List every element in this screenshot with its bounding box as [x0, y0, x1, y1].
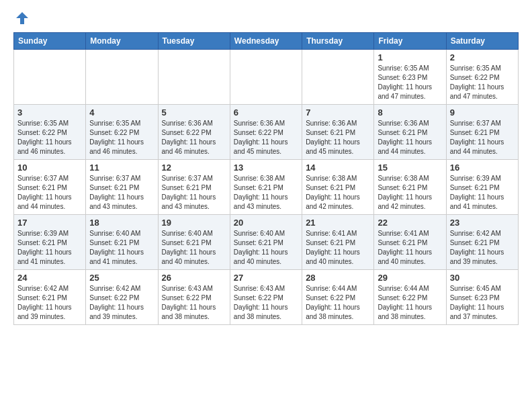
- weekday-header-thursday: Thursday: [302, 33, 374, 50]
- weekday-header-sunday: Sunday: [14, 33, 86, 50]
- calendar-week-row: 24Sunrise: 6:42 AM Sunset: 6:21 PM Dayli…: [14, 270, 519, 325]
- day-info: Sunrise: 6:43 AM Sunset: 6:22 PM Dayligh…: [234, 284, 298, 322]
- day-number: 8: [378, 107, 442, 118]
- day-number: 20: [234, 218, 298, 228]
- day-number: 7: [306, 107, 370, 118]
- day-info: Sunrise: 6:39 AM Sunset: 6:21 PM Dayligh…: [17, 229, 82, 267]
- day-number: 26: [162, 273, 226, 283]
- calendar-cell: 15Sunrise: 6:38 AM Sunset: 6:21 PM Dayli…: [374, 160, 446, 215]
- day-number: 25: [89, 273, 154, 283]
- calendar-cell: 27Sunrise: 6:43 AM Sunset: 6:22 PM Dayli…: [230, 270, 302, 325]
- day-number: 3: [17, 107, 82, 118]
- day-number: 15: [378, 163, 442, 173]
- calendar-cell: [230, 50, 302, 105]
- day-number: 30: [450, 273, 515, 283]
- day-info: Sunrise: 6:37 AM Sunset: 6:21 PM Dayligh…: [450, 119, 515, 156]
- day-info: Sunrise: 6:36 AM Sunset: 6:21 PM Dayligh…: [306, 119, 370, 156]
- calendar-cell: 28Sunrise: 6:44 AM Sunset: 6:22 PM Dayli…: [302, 270, 374, 325]
- calendar-cell: 13Sunrise: 6:38 AM Sunset: 6:21 PM Dayli…: [230, 160, 302, 215]
- day-info: Sunrise: 6:36 AM Sunset: 6:22 PM Dayligh…: [162, 119, 226, 156]
- calendar-week-row: 17Sunrise: 6:39 AM Sunset: 6:21 PM Dayli…: [14, 215, 519, 270]
- day-info: Sunrise: 6:42 AM Sunset: 6:22 PM Dayligh…: [89, 284, 154, 322]
- logo: [13, 11, 30, 26]
- calendar-cell: 17Sunrise: 6:39 AM Sunset: 6:21 PM Dayli…: [14, 215, 86, 270]
- calendar-cell: [302, 50, 374, 105]
- header: [13, 11, 519, 26]
- day-info: Sunrise: 6:36 AM Sunset: 6:22 PM Dayligh…: [234, 119, 298, 156]
- day-number: 28: [306, 273, 370, 283]
- svg-marker-0: [16, 12, 28, 24]
- day-info: Sunrise: 6:44 AM Sunset: 6:22 PM Dayligh…: [378, 284, 442, 322]
- day-info: Sunrise: 6:38 AM Sunset: 6:21 PM Dayligh…: [234, 174, 298, 212]
- day-number: 16: [450, 163, 515, 173]
- day-number: 13: [234, 163, 298, 173]
- calendar-cell: [158, 50, 230, 105]
- day-number: 14: [306, 163, 370, 173]
- calendar-cell: 9Sunrise: 6:37 AM Sunset: 6:21 PM Daylig…: [446, 105, 518, 160]
- calendar-cell: 3Sunrise: 6:35 AM Sunset: 6:22 PM Daylig…: [14, 105, 86, 160]
- day-number: 6: [234, 107, 298, 118]
- day-info: Sunrise: 6:42 AM Sunset: 6:21 PM Dayligh…: [17, 284, 82, 322]
- day-info: Sunrise: 6:35 AM Sunset: 6:23 PM Dayligh…: [378, 64, 442, 101]
- day-info: Sunrise: 6:44 AM Sunset: 6:22 PM Dayligh…: [306, 284, 370, 322]
- day-info: Sunrise: 6:35 AM Sunset: 6:22 PM Dayligh…: [17, 119, 82, 156]
- day-info: Sunrise: 6:43 AM Sunset: 6:22 PM Dayligh…: [162, 284, 226, 322]
- calendar-cell: 4Sunrise: 6:35 AM Sunset: 6:22 PM Daylig…: [86, 105, 158, 160]
- day-number: 17: [17, 218, 82, 228]
- calendar-cell: 29Sunrise: 6:44 AM Sunset: 6:22 PM Dayli…: [374, 270, 446, 325]
- day-number: 23: [450, 218, 515, 228]
- calendar-week-row: 1Sunrise: 6:35 AM Sunset: 6:23 PM Daylig…: [14, 50, 519, 105]
- day-number: 18: [89, 218, 154, 228]
- day-number: 27: [234, 273, 298, 283]
- day-number: 1: [378, 52, 442, 62]
- calendar-cell: 23Sunrise: 6:42 AM Sunset: 6:21 PM Dayli…: [446, 215, 518, 270]
- weekday-header-row: SundayMondayTuesdayWednesdayThursdayFrid…: [14, 33, 519, 50]
- calendar-week-row: 10Sunrise: 6:37 AM Sunset: 6:21 PM Dayli…: [14, 160, 519, 215]
- calendar-cell: 26Sunrise: 6:43 AM Sunset: 6:22 PM Dayli…: [158, 270, 230, 325]
- calendar-cell: [14, 50, 86, 105]
- day-info: Sunrise: 6:36 AM Sunset: 6:21 PM Dayligh…: [378, 119, 442, 156]
- calendar-table: SundayMondayTuesdayWednesdayThursdayFrid…: [13, 32, 519, 325]
- day-info: Sunrise: 6:39 AM Sunset: 6:21 PM Dayligh…: [450, 174, 515, 212]
- day-info: Sunrise: 6:40 AM Sunset: 6:21 PM Dayligh…: [162, 229, 226, 267]
- day-info: Sunrise: 6:41 AM Sunset: 6:21 PM Dayligh…: [378, 229, 442, 267]
- day-info: Sunrise: 6:45 AM Sunset: 6:23 PM Dayligh…: [450, 284, 515, 322]
- day-number: 5: [162, 107, 226, 118]
- day-info: Sunrise: 6:40 AM Sunset: 6:21 PM Dayligh…: [89, 229, 154, 267]
- calendar-cell: 6Sunrise: 6:36 AM Sunset: 6:22 PM Daylig…: [230, 105, 302, 160]
- day-number: 4: [89, 107, 154, 118]
- day-number: 12: [162, 163, 226, 173]
- calendar-cell: 1Sunrise: 6:35 AM Sunset: 6:23 PM Daylig…: [374, 50, 446, 105]
- day-info: Sunrise: 6:41 AM Sunset: 6:21 PM Dayligh…: [306, 229, 370, 267]
- day-info: Sunrise: 6:38 AM Sunset: 6:21 PM Dayligh…: [306, 174, 370, 212]
- day-number: 29: [378, 273, 442, 283]
- day-info: Sunrise: 6:35 AM Sunset: 6:22 PM Dayligh…: [450, 64, 515, 101]
- calendar-cell: 21Sunrise: 6:41 AM Sunset: 6:21 PM Dayli…: [302, 215, 374, 270]
- weekday-header-saturday: Saturday: [446, 33, 518, 50]
- day-number: 9: [450, 107, 515, 118]
- calendar-cell: 5Sunrise: 6:36 AM Sunset: 6:22 PM Daylig…: [158, 105, 230, 160]
- logo-icon: [15, 11, 30, 26]
- day-info: Sunrise: 6:35 AM Sunset: 6:22 PM Dayligh…: [89, 119, 154, 156]
- day-number: 24: [17, 273, 82, 283]
- calendar-cell: 16Sunrise: 6:39 AM Sunset: 6:21 PM Dayli…: [446, 160, 518, 215]
- weekday-header-tuesday: Tuesday: [158, 33, 230, 50]
- calendar-cell: 19Sunrise: 6:40 AM Sunset: 6:21 PM Dayli…: [158, 215, 230, 270]
- day-info: Sunrise: 6:42 AM Sunset: 6:21 PM Dayligh…: [450, 229, 515, 267]
- day-info: Sunrise: 6:37 AM Sunset: 6:21 PM Dayligh…: [89, 174, 154, 212]
- calendar-cell: 2Sunrise: 6:35 AM Sunset: 6:22 PM Daylig…: [446, 50, 518, 105]
- calendar-cell: 18Sunrise: 6:40 AM Sunset: 6:21 PM Dayli…: [86, 215, 158, 270]
- day-number: 21: [306, 218, 370, 228]
- calendar-cell: 11Sunrise: 6:37 AM Sunset: 6:21 PM Dayli…: [86, 160, 158, 215]
- day-info: Sunrise: 6:37 AM Sunset: 6:21 PM Dayligh…: [162, 174, 226, 212]
- weekday-header-wednesday: Wednesday: [230, 33, 302, 50]
- calendar-week-row: 3Sunrise: 6:35 AM Sunset: 6:22 PM Daylig…: [14, 105, 519, 160]
- calendar-cell: 20Sunrise: 6:40 AM Sunset: 6:21 PM Dayli…: [230, 215, 302, 270]
- day-info: Sunrise: 6:40 AM Sunset: 6:21 PM Dayligh…: [234, 229, 298, 267]
- day-info: Sunrise: 6:37 AM Sunset: 6:21 PM Dayligh…: [17, 174, 82, 212]
- day-info: Sunrise: 6:38 AM Sunset: 6:21 PM Dayligh…: [378, 174, 442, 212]
- calendar-cell: 22Sunrise: 6:41 AM Sunset: 6:21 PM Dayli…: [374, 215, 446, 270]
- day-number: 10: [17, 163, 82, 173]
- calendar-cell: 30Sunrise: 6:45 AM Sunset: 6:23 PM Dayli…: [446, 270, 518, 325]
- calendar-cell: 7Sunrise: 6:36 AM Sunset: 6:21 PM Daylig…: [302, 105, 374, 160]
